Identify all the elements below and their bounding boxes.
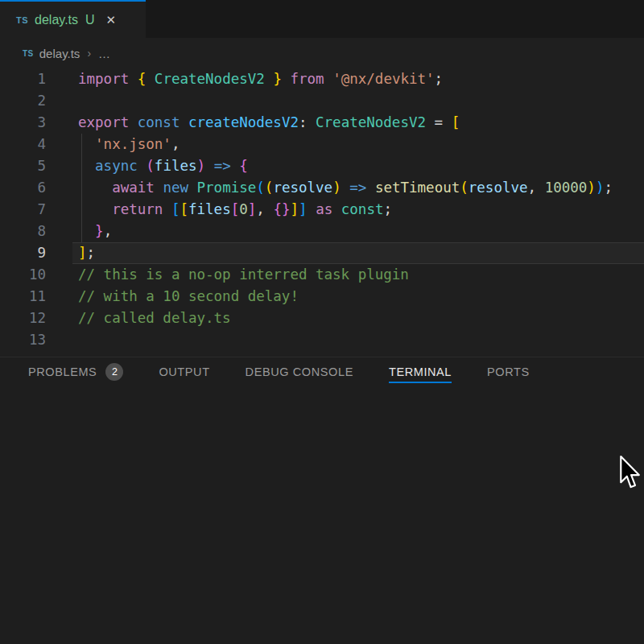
code-text: // called delay.ts bbox=[78, 308, 231, 329]
line-number: 13 bbox=[0, 329, 46, 351]
code-lines: 1import { CreateNodesV2 } from '@nx/devk… bbox=[0, 68, 644, 351]
panel-tab-output[interactable]: OUTPUT bbox=[159, 357, 209, 386]
code-line[interactable]: 4 'nx.json', bbox=[0, 134, 644, 155]
code-line[interactable]: 12// called delay.ts bbox=[0, 308, 644, 329]
code-line[interactable]: 13 bbox=[0, 329, 644, 351]
line-number: 11 bbox=[0, 286, 46, 308]
line-number: 5 bbox=[0, 155, 46, 177]
code-text: await new Promise((resolve) => setTimeou… bbox=[78, 177, 613, 199]
code-text: // with a 10 second delay! bbox=[78, 286, 299, 308]
line-number: 10 bbox=[0, 264, 46, 286]
bottom-panel: PROBLEMS2OUTPUTDEBUG CONSOLETERMINALPORT… bbox=[0, 357, 644, 644]
line-number: 3 bbox=[0, 112, 46, 134]
close-icon[interactable]: ✕ bbox=[106, 14, 117, 26]
panel-tab-problems[interactable]: PROBLEMS2 bbox=[28, 357, 123, 386]
panel-tab-label: PORTS bbox=[487, 365, 530, 378]
typescript-file-icon: TS bbox=[23, 49, 34, 58]
code-text: // this is a no-op interred task plugin bbox=[78, 264, 409, 286]
code-line[interactable]: 2 bbox=[0, 90, 644, 112]
code-text: return [[files[0], {}]] as const; bbox=[78, 199, 392, 221]
tab-title: delay.ts bbox=[35, 13, 78, 27]
code-line[interactable]: 10// this is a no-op interred task plugi… bbox=[0, 264, 644, 286]
active-tab-underline bbox=[389, 382, 452, 383]
code-line[interactable]: 6 await new Promise((resolve) => setTime… bbox=[0, 177, 644, 199]
line-number: 1 bbox=[0, 68, 46, 90]
panel-tab-label: PROBLEMS bbox=[28, 365, 97, 378]
breadcrumb: TS delay.ts › … bbox=[0, 38, 644, 68]
code-line[interactable]: 5 async (files) => { bbox=[0, 155, 644, 177]
chevron-right-icon: › bbox=[87, 47, 91, 60]
panel-tab-ports[interactable]: PORTS bbox=[487, 357, 530, 386]
code-line[interactable]: 11// with a 10 second delay! bbox=[0, 286, 644, 308]
code-text: 'nx.json', bbox=[78, 134, 180, 155]
code-line[interactable]: 7 return [[files[0], {}]] as const; bbox=[0, 199, 644, 221]
line-number: 4 bbox=[0, 134, 46, 155]
problems-count-badge: 2 bbox=[105, 363, 123, 381]
panel-tab-debug-console[interactable]: DEBUG CONSOLE bbox=[246, 357, 353, 386]
typescript-file-icon: TS bbox=[16, 15, 28, 25]
code-text: async (files) => { bbox=[78, 155, 248, 177]
line-number: 8 bbox=[0, 221, 46, 242]
tab-bar: TS delay.ts U ✕ bbox=[0, 0, 644, 38]
git-status-badge: U bbox=[85, 13, 95, 27]
line-number: 2 bbox=[0, 90, 46, 112]
code-text: ]; bbox=[78, 242, 95, 264]
panel-tab-label: TERMINAL bbox=[389, 365, 452, 378]
line-number: 9 bbox=[0, 242, 46, 264]
code-text: export const createNodesV2: CreateNodesV… bbox=[78, 112, 460, 134]
code-line[interactable]: 3export const createNodesV2: CreateNodes… bbox=[0, 112, 644, 134]
code-line[interactable]: 8 }, bbox=[0, 221, 644, 242]
panel-tab-label: DEBUG CONSOLE bbox=[246, 365, 353, 378]
line-number: 12 bbox=[0, 308, 46, 329]
code-text: }, bbox=[78, 221, 112, 242]
line-number: 6 bbox=[0, 177, 46, 199]
code-line[interactable]: 9]; bbox=[0, 242, 644, 264]
code-editor[interactable]: 1import { CreateNodesV2 } from '@nx/devk… bbox=[0, 68, 644, 357]
code-text: import { CreateNodesV2 } from '@nx/devki… bbox=[78, 68, 443, 90]
breadcrumb-file[interactable]: delay.ts bbox=[39, 47, 80, 60]
code-line[interactable]: 1import { CreateNodesV2 } from '@nx/devk… bbox=[0, 68, 644, 90]
panel-tabs: PROBLEMS2OUTPUTDEBUG CONSOLETERMINALPORT… bbox=[0, 357, 644, 386]
panel-tab-label: OUTPUT bbox=[159, 365, 209, 378]
editor-tab-delay-ts[interactable]: TS delay.ts U ✕ bbox=[0, 0, 146, 38]
breadcrumb-symbol-ellipsis[interactable]: … bbox=[98, 47, 110, 60]
panel-tab-terminal[interactable]: TERMINAL bbox=[389, 357, 452, 386]
line-number: 7 bbox=[0, 199, 46, 221]
mouse-pointer-icon bbox=[617, 456, 642, 492]
